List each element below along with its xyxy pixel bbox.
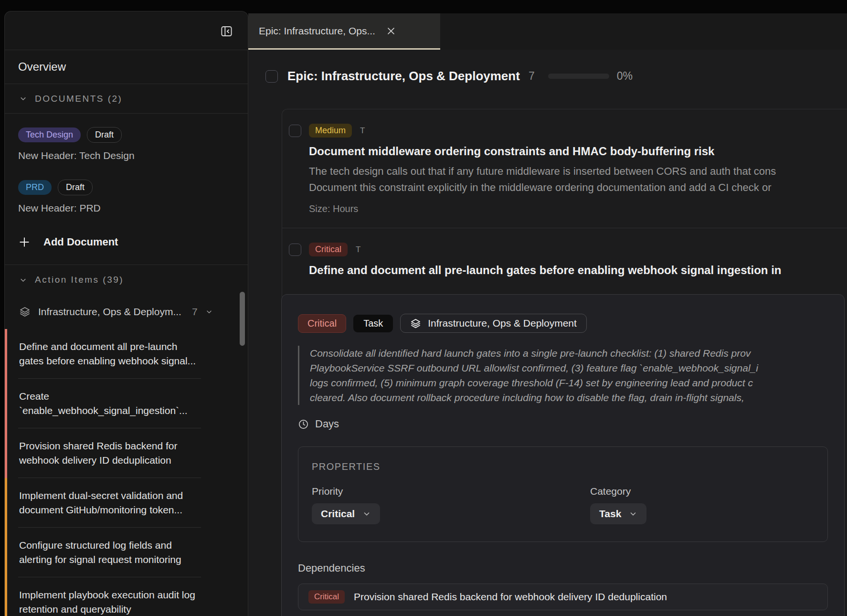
close-icon[interactable] xyxy=(386,26,396,36)
list-item[interactable]: Implement playbook execution audit log r… xyxy=(5,577,248,616)
add-document-button[interactable]: Add Document xyxy=(5,236,248,248)
epic-content: Epic: Infrastructure, Ops & Deployment 7… xyxy=(248,50,847,616)
epic-task-count: 7 xyxy=(529,70,535,83)
epic-header: Epic: Infrastructure, Ops & Deployment 7… xyxy=(248,50,847,84)
dependency-item[interactable]: Critical Provision shared Redis backend … xyxy=(298,584,828,610)
document-item[interactable]: Tech Design Draft New Header: Tech Desig… xyxy=(18,127,234,161)
list-item[interactable]: Create `enable_webhook_signal_ingestion`… xyxy=(5,379,248,428)
epic-title: Epic: Infrastructure, Ops & Deployment xyxy=(287,69,520,84)
task-title[interactable]: Document middleware ordering constraints… xyxy=(309,145,847,158)
action-items-section-header[interactable]: Action Items (39) xyxy=(5,265,248,295)
main-area: Epic: Infrastructure, Ops... Epic: Infra… xyxy=(248,0,847,616)
chevron-down-icon xyxy=(205,308,213,316)
quote-line: Consolidate all identified hard launch g… xyxy=(310,346,828,361)
tab-epic-infrastructure[interactable]: Epic: Infrastructure, Ops... xyxy=(248,13,440,50)
doc-status-badge: Draft xyxy=(87,127,122,143)
chevron-down-icon xyxy=(629,510,637,518)
tab-bar: Epic: Infrastructure, Ops... xyxy=(248,13,847,50)
priority-color-bar xyxy=(5,528,7,577)
list-item-label: Create `enable_webhook_signal_ingestion`… xyxy=(19,391,188,416)
sidebar-header xyxy=(5,11,248,50)
collapse-sidebar-button[interactable] xyxy=(218,23,234,39)
priority-color-bar xyxy=(5,577,7,616)
epic-progress-bar xyxy=(548,74,609,79)
panel-collapse-icon xyxy=(220,25,233,38)
add-document-label: Add Document xyxy=(43,236,118,248)
clock-icon xyxy=(298,419,309,430)
properties-header: PROPERTIES xyxy=(312,461,814,472)
priority-field-label: Priority xyxy=(312,486,590,497)
task-description-line: The tech design calls out that if any fu… xyxy=(309,163,847,180)
task-card-expanded[interactable]: Critical T Define and document all pre-l… xyxy=(282,228,847,616)
tab-label: Epic: Infrastructure, Ops... xyxy=(259,25,375,37)
list-item-label: Implement dual-secret validation and doc… xyxy=(19,490,183,515)
list-item[interactable]: Implement dual-secret validation and doc… xyxy=(5,478,248,528)
effort-row: Days xyxy=(298,418,828,430)
task-description: The tech design calls out that if any fu… xyxy=(309,163,847,196)
sidebar: Overview DOCUMENTS (2) Tech Design Draft… xyxy=(4,11,248,616)
priority-color-bar xyxy=(5,329,7,379)
group-label: Infrastructure, Ops & Deploym... xyxy=(38,306,181,318)
documents-section-header[interactable]: DOCUMENTS (2) xyxy=(5,84,248,114)
list-item[interactable]: Provision shared Redis backend for webho… xyxy=(5,428,248,478)
task-checkbox[interactable] xyxy=(289,125,301,137)
priority-color-bar xyxy=(5,478,7,528)
detail-badges: Critical Task Infrastructure, Ops & Depl… xyxy=(298,314,828,333)
document-title[interactable]: New Header: Tech Design xyxy=(18,150,234,161)
document-item[interactable]: PRD Draft New Header: PRD xyxy=(18,180,234,214)
effort-label: Days xyxy=(315,418,339,430)
task-detail-panel: Critical Task Infrastructure, Ops & Depl… xyxy=(281,294,845,616)
task-card[interactable]: Medium T Document middleware ordering co… xyxy=(282,109,847,228)
category-dropdown[interactable]: Task xyxy=(590,503,646,524)
epic-checkbox[interactable] xyxy=(265,70,278,83)
list-item-label: Implement playbook execution audit log r… xyxy=(19,589,195,615)
priority-color-bar xyxy=(5,428,7,478)
dependencies-section: Dependencies Critical Provision shared R… xyxy=(298,562,828,616)
sidebar-item-overview[interactable]: Overview xyxy=(5,50,248,84)
chevron-down-icon xyxy=(362,510,371,518)
document-title[interactable]: New Header: PRD xyxy=(18,202,234,214)
dependency-priority-badge: Critical xyxy=(308,590,345,604)
priority-dropdown-value: Critical xyxy=(321,508,355,520)
chevron-down-icon xyxy=(19,276,27,284)
sidebar-scrollbar-thumb[interactable] xyxy=(240,292,245,346)
doc-type-badge: PRD xyxy=(18,180,52,195)
layers-icon xyxy=(19,306,31,318)
group-count: 7 xyxy=(192,306,198,318)
list-item[interactable]: Define and document all pre-launch gates… xyxy=(5,329,248,379)
plus-icon xyxy=(18,236,31,248)
task-title[interactable]: Define and document all pre-launch gates… xyxy=(309,264,847,277)
list-item-label: Define and document all pre-launch gates… xyxy=(19,341,196,366)
category-dropdown-value: Task xyxy=(599,508,621,520)
epic-progress-label: 0% xyxy=(617,70,633,83)
dependency-title: Provision shared Redis backend for webho… xyxy=(354,591,667,603)
task-description-line: Document this constraint explicitly in t… xyxy=(309,180,847,196)
layers-icon xyxy=(410,318,421,329)
type-badge[interactable]: Task xyxy=(353,315,393,332)
documents-header-label: DOCUMENTS (2) xyxy=(35,94,122,104)
properties-box: PROPERTIES Priority Critical xyxy=(298,446,828,542)
task-detail-quote: Consolidate all identified hard launch g… xyxy=(298,346,828,405)
chevron-down-icon xyxy=(19,95,27,103)
list-item[interactable]: Configure structured log fields and aler… xyxy=(5,528,248,577)
task-size-label: Size: Hours xyxy=(309,203,847,214)
task-type-letter: T xyxy=(360,126,365,136)
quote-line: cleared. Also document rollback procedur… xyxy=(310,390,828,405)
action-items-header-label: Action Items (39) xyxy=(35,275,124,285)
task-type-letter: T xyxy=(356,245,360,255)
doc-type-badge: Tech Design xyxy=(18,127,81,142)
doc-status-badge: Draft xyxy=(58,180,93,195)
priority-badge: Critical xyxy=(309,243,348,256)
quote-line: PlaybookService SSRF outbound URL allowl… xyxy=(310,361,828,375)
priority-badge[interactable]: Critical xyxy=(298,314,346,333)
dependencies-header: Dependencies xyxy=(298,562,828,574)
priority-dropdown[interactable]: Critical xyxy=(312,503,380,524)
category-badge[interactable]: Infrastructure, Ops & Deployment xyxy=(400,314,587,333)
task-checkbox[interactable] xyxy=(289,244,301,256)
quote-line: logs confirmed, (5) minimum graph covera… xyxy=(310,375,828,390)
action-items-list: Define and document all pre-launch gates… xyxy=(5,329,248,616)
action-items-group[interactable]: Infrastructure, Ops & Deploym... 7 xyxy=(5,295,248,329)
overview-label: Overview xyxy=(18,60,66,74)
priority-badge: Medium xyxy=(309,124,352,138)
task-list: Medium T Document middleware ordering co… xyxy=(282,109,847,616)
